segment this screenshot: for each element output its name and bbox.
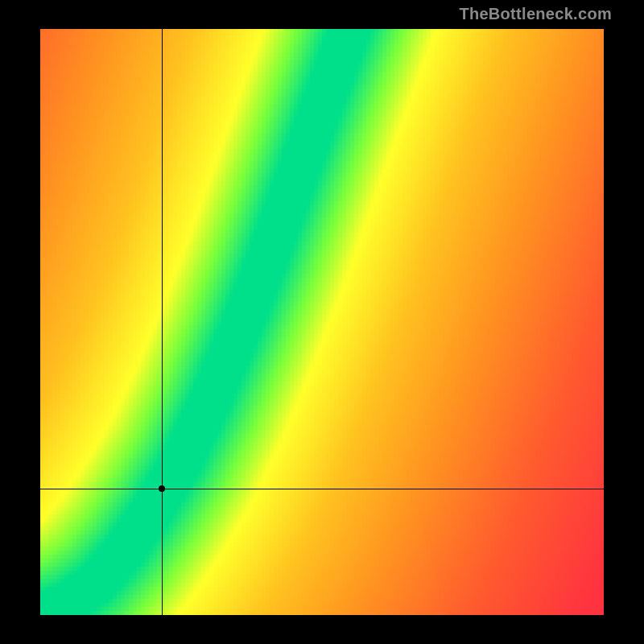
- marker-dot: [159, 485, 165, 492]
- plot-area: [40, 29, 604, 615]
- heatmap-canvas: [40, 29, 604, 615]
- crosshair-vertical: [162, 29, 163, 615]
- watermark-label: TheBottleneck.com: [459, 5, 612, 23]
- crosshair-horizontal: [40, 489, 604, 489]
- chart-frame: TheBottleneck.com: [0, 0, 644, 644]
